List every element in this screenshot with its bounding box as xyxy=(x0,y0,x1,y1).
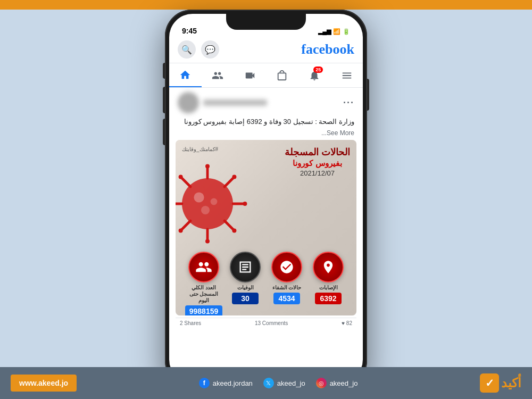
search-icon[interactable]: 🔍 xyxy=(178,40,196,59)
infographic-content: #كمامتك_وقايتك الحالات المسجلة بفيروس كو… xyxy=(176,140,356,315)
instagram-social-link[interactable]: ◎ akeed_jo xyxy=(316,378,358,388)
title-line1: الحالات المسجلة xyxy=(285,146,350,159)
infographic-date: 2021/12/07 xyxy=(285,169,350,177)
signal-icon: ▂▄▆ xyxy=(318,28,331,35)
nav-notifications[interactable]: 25 xyxy=(298,63,331,87)
infographic-card: #كمامتك_وقايتك الحالات المسجلة بفيروس كو… xyxy=(176,140,356,315)
infections-icon xyxy=(313,252,344,282)
nav-menu[interactable] xyxy=(330,63,363,87)
nav-home[interactable] xyxy=(169,63,202,87)
post-reactions-bar: 2 Shares 13 Comments ♥ 82 xyxy=(176,318,356,328)
twitter-small-icon: 𝕏 xyxy=(263,378,274,388)
total-label: العدد الكليالمسجل حتىاليوم xyxy=(189,285,219,304)
shares-count: 2 Shares xyxy=(180,320,201,326)
deaths-label: الوفيات xyxy=(237,285,254,291)
akeed-logo: ✓ أكيد xyxy=(480,373,521,393)
status-icons: ▂▄▆ 📶 🔋 xyxy=(318,28,350,35)
stat-deaths: الوفيات 30 xyxy=(226,252,265,315)
stat-infections: الإصابات 6392 xyxy=(309,252,348,315)
deaths-icon xyxy=(230,252,261,282)
recoveries-value: 4534 xyxy=(273,293,300,304)
post-header: ··· xyxy=(176,92,356,113)
akeed-logo-icon: ✓ xyxy=(480,373,499,393)
facebook-logo: facebook xyxy=(301,41,354,57)
nav-marketplace[interactable] xyxy=(266,63,298,87)
phone-notch xyxy=(226,14,306,30)
post-text-arabic: وزارة الصحة : تسجيل 30 وفاة و 6392 إصابة… xyxy=(176,117,356,127)
facebook-handle: akeed.jordan xyxy=(213,379,253,387)
status-time: 9:45 xyxy=(182,27,197,35)
total-value: 9988159 xyxy=(185,305,223,315)
hashtag-text: #كمامتك_وقايتك xyxy=(182,146,218,152)
nav-video[interactable] xyxy=(234,63,266,87)
social-links: f akeed.jordan 𝕏 akeed_jo ◎ akeed_jo xyxy=(199,378,358,388)
instagram-handle: akeed_jo xyxy=(330,379,358,387)
facebook-nav: 25 xyxy=(169,63,363,88)
akeed-logo-text: أكيد xyxy=(501,376,521,390)
post-username-blur xyxy=(203,99,267,106)
stats-row: العدد الكليالمسجل حتىاليوم 9988159 الوفي… xyxy=(182,252,350,315)
facebook-header: 🔍 💬 facebook xyxy=(169,37,363,63)
stat-recoveries: حالات الشفاء 4534 xyxy=(267,252,306,315)
phone-mockup: 9:45 ▂▄▆ 📶 🔋 🔍 💬 facebook xyxy=(165,10,367,387)
post-avatar xyxy=(178,92,199,113)
volume-up-button xyxy=(163,87,165,113)
total-icon xyxy=(188,252,219,282)
deaths-value: 30 xyxy=(232,293,259,304)
facebook-small-icon: f xyxy=(199,378,210,388)
silent-button xyxy=(163,63,165,79)
infections-value: 6392 xyxy=(315,293,342,304)
title-section: الحالات المسجلة بفيروس كورونا 2021/12/07 xyxy=(285,146,350,177)
website-url[interactable]: www.akeed.jo xyxy=(11,375,77,392)
wifi-icon: 📶 xyxy=(333,28,340,35)
top-bar xyxy=(0,0,532,10)
volume-down-button xyxy=(163,119,165,145)
twitter-social-link[interactable]: 𝕏 akeed_jo xyxy=(263,378,305,388)
facebook-social-link[interactable]: f akeed.jordan xyxy=(199,378,253,388)
instagram-small-icon: ◎ xyxy=(316,378,327,388)
infographic-top: #كمامتك_وقايتك الحالات المسجلة بفيروس كو… xyxy=(182,146,350,177)
footer-bar: www.akeed.jo f akeed.jordan 𝕏 akeed_jo ◎… xyxy=(0,367,532,399)
title-line2: بفيروس كورونا xyxy=(285,159,350,168)
battery-icon: 🔋 xyxy=(343,28,350,35)
power-button xyxy=(367,79,369,111)
post-see-more[interactable]: See More... xyxy=(176,129,356,137)
stat-total: العدد الكليالمسجل حتىاليوم 9988159 xyxy=(184,252,223,315)
messenger-icon[interactable]: 💬 xyxy=(201,40,219,59)
post-options[interactable]: ··· xyxy=(343,97,354,109)
nav-friends[interactable] xyxy=(202,63,234,87)
notification-count: 25 xyxy=(313,66,323,73)
comments-count: 13 Comments xyxy=(255,320,288,326)
post-container: ··· وزارة الصحة : تسجيل 30 وفاة و 6392 إ… xyxy=(169,88,363,330)
twitter-handle: akeed_jo xyxy=(277,379,305,387)
infections-label: الإصابات xyxy=(319,285,338,291)
recoveries-label: حالات الشفاء xyxy=(272,285,302,291)
likes-count: ♥ 82 xyxy=(342,320,352,326)
recoveries-icon xyxy=(271,252,302,282)
